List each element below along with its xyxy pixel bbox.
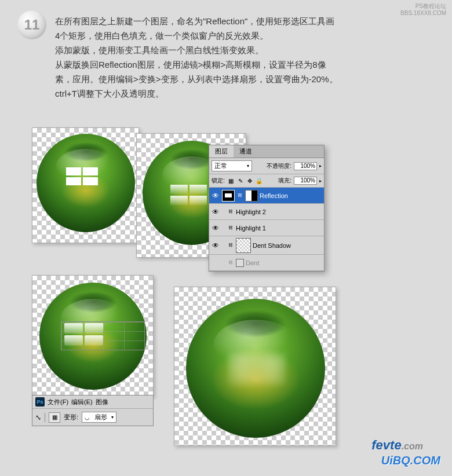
opacity-label: 不透明度: xyxy=(267,162,291,170)
reflection-gradient xyxy=(170,185,207,205)
menu-image[interactable]: 图像 xyxy=(96,398,108,407)
tab-layers[interactable]: 图层 xyxy=(209,145,234,158)
watermark-fevte: fevte.com xyxy=(371,438,423,453)
link-icon[interactable]: ⛓ xyxy=(227,260,234,265)
reflection-blurred xyxy=(228,351,286,386)
chevron-icon[interactable]: ▸ xyxy=(319,178,322,184)
layer-mask-thumb-icon[interactable] xyxy=(245,190,258,202)
top-watermark: PS教程论坛 BBS.16XX8.COM xyxy=(400,3,446,17)
lock-all-icon[interactable]: 🔒 xyxy=(255,177,263,185)
warp-type-dropdown[interactable]: ◡ 扇形 ▾ xyxy=(82,412,116,423)
blend-mode-value: 正常 xyxy=(214,162,227,170)
layer-row-dent[interactable]: ⛓ Dent xyxy=(209,255,324,271)
panel-tabs: 图层 通道 xyxy=(209,145,324,158)
chevron-down-icon: ▾ xyxy=(247,163,249,169)
visibility-eye-icon[interactable]: 👁 xyxy=(211,192,220,200)
warp-label: 变形: xyxy=(64,413,78,422)
warp-grid-icon[interactable]: ▦ xyxy=(49,412,60,423)
menu-edit[interactable]: 编辑(E) xyxy=(71,398,93,407)
chevron-icon[interactable]: ▸ xyxy=(319,163,322,169)
options-bar: Ps 文件(F) 编辑(E) 图像 ⤡ ▦ 变形: ◡ 扇形 ▾ xyxy=(32,395,154,426)
warp-value: 扇形 xyxy=(94,413,107,422)
reflection-sharp xyxy=(66,167,98,185)
blend-mode-dropdown[interactable]: 正常 ▾ xyxy=(212,160,252,171)
visibility-eye-icon[interactable]: 👁 xyxy=(211,241,220,250)
layer-row-highlight2[interactable]: 👁 ⛓ Highlight 2 xyxy=(209,204,324,220)
reflection-warped xyxy=(64,323,103,346)
layer-thumb-icon[interactable] xyxy=(222,190,235,202)
layer-thumb-icon[interactable] xyxy=(236,259,244,267)
watermark-line1: PS教程论坛 xyxy=(400,3,446,10)
menu-bar: Ps 文件(F) 编辑(E) 图像 xyxy=(32,396,153,409)
layer-name: Highlight 1 xyxy=(236,225,322,232)
menu-file[interactable]: 文件(F) xyxy=(48,398,68,407)
fill-label: 填充: xyxy=(278,177,291,185)
step-number-badge: 11 xyxy=(17,10,46,39)
apple-preview-1 xyxy=(32,127,139,243)
layer-thumb-icon[interactable] xyxy=(236,238,251,253)
lock-transparency-icon[interactable]: ▦ xyxy=(227,177,235,185)
link-icon[interactable]: ⛓ xyxy=(227,209,234,214)
visibility-eye-icon[interactable]: 👁 xyxy=(211,224,220,232)
link-icon[interactable]: ⛓ xyxy=(227,225,234,230)
apple-preview-3 xyxy=(32,275,154,397)
layers-panel: 图层 通道 正常 ▾ 不透明度: 100% ▸ 锁定: ▦ ✎ ✥ 🔒 填充: … xyxy=(209,145,325,272)
layer-name: Reflection xyxy=(260,192,322,199)
layer-name: Dent xyxy=(246,259,322,266)
lock-brush-icon[interactable]: ✎ xyxy=(236,177,245,185)
lock-move-icon[interactable]: ✥ xyxy=(246,177,254,185)
lock-icons: ▦ ✎ ✥ 🔒 xyxy=(227,177,263,185)
visibility-eye-icon[interactable]: 👁 xyxy=(211,208,220,216)
watermark-uibq: UiBQ.COM xyxy=(381,454,440,467)
layer-row-highlight1[interactable]: 👁 ⛓ Highlight 1 xyxy=(209,220,324,236)
layer-name: Highlight 2 xyxy=(236,208,322,215)
layer-name: Dent Shadow xyxy=(253,242,322,249)
lock-label: 锁定: xyxy=(212,177,225,185)
photoshop-icon[interactable]: Ps xyxy=(35,397,45,407)
instruction-text: 在所有图层之上新建一个图层，命名为"Reflection"，使用矩形选区工具画4… xyxy=(55,14,339,101)
apple-preview-4 xyxy=(174,287,336,446)
link-icon[interactable]: ⛓ xyxy=(227,243,234,248)
layer-row-dentshadow[interactable]: 👁 ⛓ Dent Shadow xyxy=(209,236,324,255)
link-icon[interactable]: ⛓ xyxy=(236,193,243,198)
opacity-input[interactable]: 100% xyxy=(294,162,317,170)
watermark-line2: BBS.16XX8.COM xyxy=(400,10,446,17)
layer-row-reflection[interactable]: 👁 ⛓ Reflection xyxy=(209,188,324,204)
fill-input[interactable]: 100% xyxy=(294,177,317,185)
cursor-icon: ⤡ xyxy=(35,413,41,422)
tab-channels[interactable]: 通道 xyxy=(234,145,258,158)
step-number-text: 11 xyxy=(24,17,40,33)
chevron-down-icon: ▾ xyxy=(111,415,114,420)
